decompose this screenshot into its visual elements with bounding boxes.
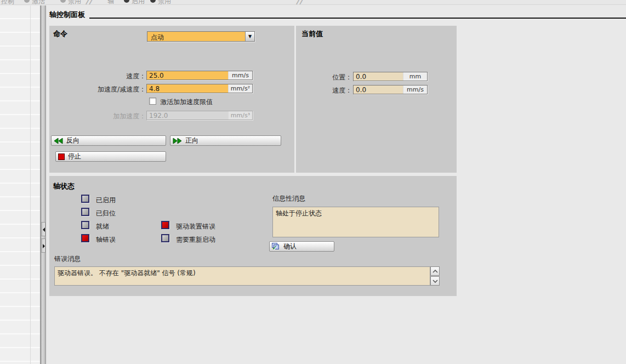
jerk-limit-checkbox[interactable] [149, 98, 156, 105]
toolbar-fragment: 启用 [132, 0, 145, 5]
accel-unit: mm/s² [228, 84, 252, 93]
left-table-panel [0, 5, 40, 364]
led-restart-required [161, 234, 169, 242]
error-message-text: 驱动器错误。 不存在 "驱动器就绪" 信号 (常规) [58, 269, 196, 277]
velocity-unit: mm/s [403, 86, 427, 94]
toolbar-cropped: 控制 激活 禁用 // 轴 启用 禁用 // [0, 0, 626, 5]
toolbar-separator-slashes: // [86, 0, 92, 5]
double-arrow-left-icon [54, 138, 63, 144]
led-restart-required-label: 需要重新启动 [176, 235, 215, 244]
scroll-down-button[interactable] [430, 276, 440, 286]
double-arrow-right-icon [173, 138, 182, 144]
speed-value[interactable]: 25.0 [147, 71, 228, 79]
toolbar-icon [124, 0, 129, 3]
acknowledge-button-label: 确认 [283, 242, 297, 251]
toolbar-fragment: 激活 [32, 0, 45, 5]
led-drive-error-label: 驱动装置错误 [176, 222, 215, 231]
current-values-panel: 当前值 位置 : 0.0 mm 速度 : 0.0 mm/s [296, 26, 457, 173]
led-homed-label: 已归位 [96, 209, 116, 218]
led-homed [81, 208, 89, 216]
toolbar-icon [150, 0, 156, 3]
jerk-label: 加加速度 : [61, 112, 144, 121]
toolbar-fragment: 轴 [107, 0, 114, 5]
chevron-down-icon [432, 280, 438, 283]
velocity-display: 0.0 mm/s [353, 85, 428, 94]
command-mode-value[interactable]: 点动 [147, 32, 245, 41]
command-panel: 命令 点动 ▼ 速度 : 25.0 mm/s 加速度/减速度 : 4.8 mm/… [49, 26, 294, 173]
jerk-input: 192.0 mm/s³ [146, 111, 253, 120]
reverse-button[interactable]: 反向 [51, 135, 166, 146]
toolbar-icon [60, 0, 66, 3]
pane-splitter[interactable] [40, 5, 46, 364]
reverse-button-label: 反向 [66, 136, 79, 145]
triangle-left-icon [43, 228, 45, 232]
led-enabled-label: 已启用 [96, 196, 116, 205]
acknowledge-icon: ✓ [272, 243, 280, 251]
axis-status-title: 轴状态 [53, 181, 75, 191]
triangle-right-icon [43, 244, 45, 248]
scroll-up-button[interactable] [430, 266, 440, 276]
speed-unit: mm/s [228, 71, 252, 79]
current-values-title: 当前值 [301, 29, 323, 39]
position-label: 位置 : [268, 73, 350, 82]
accel-label: 加速度/减速度 : [61, 85, 144, 94]
position-display: 0.0 mm [353, 72, 428, 81]
forward-button[interactable]: 正向 [170, 135, 281, 146]
stop-button[interactable]: 停止 [55, 151, 166, 162]
forward-button-label: 正向 [185, 136, 198, 145]
column-divider [30, 5, 31, 364]
jerk-unit: mm/s³ [228, 111, 252, 120]
toolbar-separator-slashes: // [296, 0, 303, 5]
stop-button-label: 停止 [68, 152, 81, 161]
axis-status-panel: 轴状态 已启用 已归位 就绪 轴错误 驱动装置错误 需要重新启动 信息性消息 轴… [49, 176, 457, 296]
led-drive-error [161, 221, 169, 229]
led-ready-label: 就绪 [96, 222, 109, 231]
command-mode-dropdown[interactable]: 点动 ▼ [147, 31, 255, 42]
velocity-value: 0.0 [354, 86, 403, 94]
accel-input[interactable]: 4.8 mm/s² [146, 84, 253, 93]
info-message-box: 轴处于停止状态 [272, 207, 439, 237]
speed-label: 速度 : [61, 72, 144, 81]
error-message-label: 错误消息 [54, 254, 81, 264]
error-message-box: 驱动器错误。 不存在 "驱动器就绪" 信号 (常规) [54, 266, 430, 286]
chevron-up-icon [432, 270, 438, 273]
jerk-value: 192.0 [147, 111, 228, 120]
acknowledge-button[interactable]: ✓ 确认 [269, 241, 334, 252]
led-ready [81, 221, 89, 229]
toolbar-fragment: 禁用 [68, 0, 81, 5]
accel-value[interactable]: 4.8 [147, 84, 228, 93]
toolbar-fragment: 控制 [1, 0, 14, 5]
toolbar-icon [24, 0, 30, 3]
stop-square-icon [58, 153, 65, 160]
info-message-label: 信息性消息 [272, 194, 305, 203]
position-unit: mm [403, 72, 427, 81]
led-axis-error-label: 轴错误 [96, 235, 116, 244]
chevron-down-icon[interactable]: ▼ [245, 32, 254, 41]
title-rule [89, 18, 626, 19]
info-message-text: 轴处于停止状态 [276, 209, 322, 217]
page-title: 轴控制面板 [49, 10, 85, 20]
velocity-label: 速度 : [268, 86, 350, 95]
command-panel-title: 命令 [53, 29, 67, 39]
toolbar-fragment: 禁用 [158, 0, 171, 5]
jerk-limit-checkbox-label: 激活加加速度限值 [160, 98, 213, 107]
collapse-right-handle[interactable] [41, 238, 45, 253]
led-enabled [81, 195, 89, 203]
position-value: 0.0 [354, 72, 403, 81]
collapse-left-handle[interactable] [41, 222, 45, 236]
speed-input[interactable]: 25.0 mm/s [146, 71, 253, 80]
led-axis-error [81, 234, 89, 242]
